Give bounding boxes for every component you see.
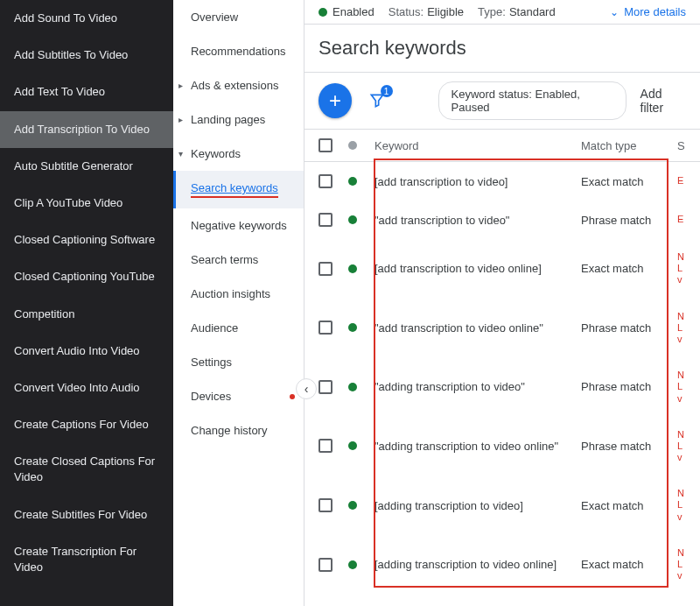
chevron-right-icon: ▸	[178, 81, 183, 90]
nav-negative-keywords[interactable]: Negative keywords	[173, 208, 304, 243]
header-truncated: S	[677, 139, 686, 152]
campaign-item[interactable]: Create Captions For Video	[0, 406, 173, 443]
keyword-cell[interactable]: "adding transcription to video"	[374, 380, 581, 393]
status-eligibility: Status: Eligible	[388, 5, 464, 18]
toolbar: + 1 Keyword status: Enabled, Paused Add …	[304, 73, 700, 130]
keyword-cell[interactable]: "add transcription to video online"	[374, 321, 581, 335]
campaign-item[interactable]: Closed Captioning YouTube	[0, 258, 173, 295]
table-row: [add transcription to video online] Exac…	[304, 239, 700, 299]
keyword-cell[interactable]: [add transcription to video]	[374, 175, 581, 188]
chevron-right-icon: ▸	[178, 115, 183, 124]
filter-count-badge: 1	[381, 85, 393, 97]
status-dot-icon	[348, 560, 357, 569]
nav-sidebar: Overview Recommendations ▸Ads & extensio…	[173, 0, 304, 606]
nav-recommendations[interactable]: Recommendations	[173, 34, 304, 68]
select-all-checkbox[interactable]	[318, 138, 332, 152]
more-details-link[interactable]: ⌄ More details	[610, 5, 686, 18]
add-filter-button[interactable]: Add filter	[640, 87, 686, 115]
status-dot-icon	[348, 501, 357, 510]
type-value: Standard	[509, 5, 556, 18]
campaign-item[interactable]: Convert Video Into Audio	[0, 370, 173, 406]
status-dot-icon	[348, 264, 357, 273]
keyword-cell[interactable]: "add transcription to video"	[374, 214, 581, 227]
table-row: [adding transcription to video] Exact ma…	[304, 476, 700, 535]
status-dot-icon	[348, 323, 357, 332]
campaign-item[interactable]: Add Text To Video	[0, 74, 173, 110]
header-match-type[interactable]: Match type	[581, 139, 677, 152]
keyword-cell[interactable]: "adding transcription to video online"	[374, 440, 581, 453]
chevron-down-icon: ⌄	[610, 6, 619, 18]
truncated-cell: E	[677, 175, 686, 187]
nav-keywords[interactable]: ▾Keywords	[173, 137, 304, 171]
campaign-item[interactable]: Add Sound To Video	[0, 0, 173, 37]
nav-settings[interactable]: Settings	[173, 345, 304, 379]
truncated-cell: NLv	[677, 547, 686, 582]
add-keyword-button[interactable]: +	[318, 83, 352, 118]
match-type-cell: Phrase match	[581, 440, 677, 453]
table-row: "add transcription to video" Phrase matc…	[304, 201, 700, 239]
chevron-left-icon: ‹	[304, 382, 309, 396]
row-checkbox[interactable]	[318, 321, 332, 335]
status-value: Eligible	[427, 5, 464, 18]
keyword-cell[interactable]: [adding transcription to video]	[374, 499, 581, 512]
row-checkbox[interactable]	[318, 262, 332, 276]
campaign-item[interactable]: Create Transcription For Video	[0, 533, 173, 586]
header-keyword[interactable]: Keyword	[374, 139, 581, 152]
status-type: Type: Standard	[478, 5, 556, 18]
nav-ads-extensions[interactable]: ▸Ads & extensions	[173, 68, 304, 102]
filter-chip[interactable]: Keyword status: Enabled, Paused	[438, 81, 626, 120]
nav-change-history[interactable]: Change history	[173, 413, 304, 447]
keyword-cell[interactable]: [adding transcription to video online]	[374, 558, 581, 571]
status-dot-icon	[348, 441, 357, 450]
match-type-cell: Phrase match	[581, 214, 677, 227]
campaign-item[interactable]: Clip A YouTube Video	[0, 185, 173, 222]
campaign-item[interactable]: Create Subtitles For Video	[0, 497, 173, 533]
campaign-item-selected[interactable]: Add Transcription To Video	[0, 111, 173, 148]
nav-search-terms[interactable]: Search terms	[173, 243, 304, 277]
row-checkbox[interactable]	[318, 380, 332, 394]
truncated-cell: NLv	[677, 251, 686, 286]
table-row: [add transcription to video] Exact match…	[304, 162, 700, 201]
nav-search-keywords[interactable]: Search keywords	[173, 171, 304, 208]
match-type-cell: Exact match	[581, 175, 677, 188]
table-header: Keyword Match type S	[304, 130, 700, 162]
row-checkbox[interactable]	[318, 213, 332, 227]
row-checkbox[interactable]	[318, 558, 332, 572]
row-checkbox[interactable]	[318, 174, 332, 188]
enabled-label: Enabled	[332, 5, 374, 18]
row-checkbox[interactable]	[318, 498, 332, 512]
truncated-cell: NLv	[677, 488, 686, 523]
filter-button[interactable]: 1	[366, 88, 389, 113]
chevron-down-icon: ▾	[178, 149, 183, 159]
status-enabled[interactable]: Enabled	[318, 5, 374, 18]
keywords-table: Keyword Match type S [add transcription …	[304, 130, 700, 606]
status-dot-icon	[348, 177, 357, 186]
campaign-item[interactable]: Auto Subtitle Generator	[0, 148, 173, 185]
status-column-icon	[348, 141, 357, 150]
campaign-item[interactable]: Create Closed Captions For Video	[0, 443, 173, 496]
table-row: "adding transcription to video online" P…	[304, 417, 700, 476]
main-content: Enabled Status: Eligible Type: Standard …	[304, 0, 700, 606]
nav-devices[interactable]: Devices	[173, 379, 304, 413]
match-type-cell: Exact match	[581, 558, 677, 571]
truncated-cell: NLv	[677, 429, 686, 464]
status-dot-icon	[348, 215, 357, 224]
keyword-cell[interactable]: [add transcription to video online]	[374, 262, 581, 275]
campaign-item[interactable]: Closed Captioning Software	[0, 222, 173, 258]
type-label: Type:	[478, 5, 506, 18]
match-type-cell: Exact match	[581, 262, 677, 275]
nav-auction-insights[interactable]: Auction insights	[173, 277, 304, 311]
more-details-label: More details	[624, 5, 686, 18]
campaign-item[interactable]: Convert Audio Into Video	[0, 333, 173, 370]
campaign-item[interactable]: Add Subtitles To Video	[0, 37, 173, 74]
row-checkbox[interactable]	[318, 439, 332, 453]
campaign-item[interactable]: Competition	[0, 296, 173, 333]
table-row: "adding transcription to video" Phrase m…	[304, 357, 700, 417]
plus-icon: +	[329, 88, 341, 113]
page-title: Search keywords	[304, 25, 700, 72]
nav-landing-pages[interactable]: ▸Landing pages	[173, 102, 304, 137]
collapse-sidebar-button[interactable]: ‹	[296, 378, 317, 399]
nav-audience[interactable]: Audience	[173, 311, 304, 345]
match-type-cell: Phrase match	[581, 321, 677, 335]
nav-overview[interactable]: Overview	[173, 0, 304, 34]
